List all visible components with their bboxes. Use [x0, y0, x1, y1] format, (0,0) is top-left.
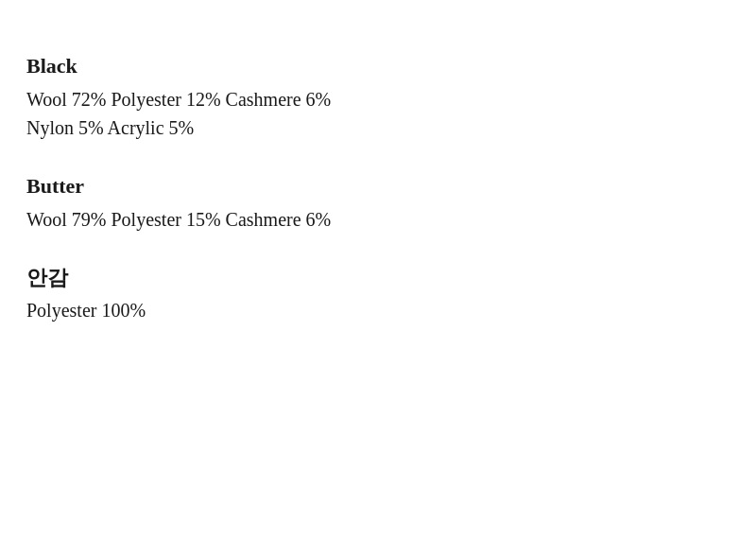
- lining-title: 안감: [26, 264, 730, 293]
- lining-section: 안감 Polyester 100%: [26, 264, 730, 325]
- black-section: Black Wool 72% Polyester 12% Cashmere 6%…: [26, 52, 730, 142]
- butter-body: Wool 79% Polyester 15% Cashmere 6%: [26, 205, 730, 234]
- lining-body: Polyester 100%: [26, 296, 730, 324]
- butter-section: Butter Wool 79% Polyester 15% Cashmere 6…: [26, 172, 730, 234]
- black-title: Black: [26, 52, 730, 81]
- black-body: Wool 72% Polyester 12% Cashmere 6%Nylon …: [26, 85, 730, 142]
- main-content: Black Wool 72% Polyester 12% Cashmere 6%…: [0, 0, 756, 381]
- butter-title: Butter: [26, 172, 730, 201]
